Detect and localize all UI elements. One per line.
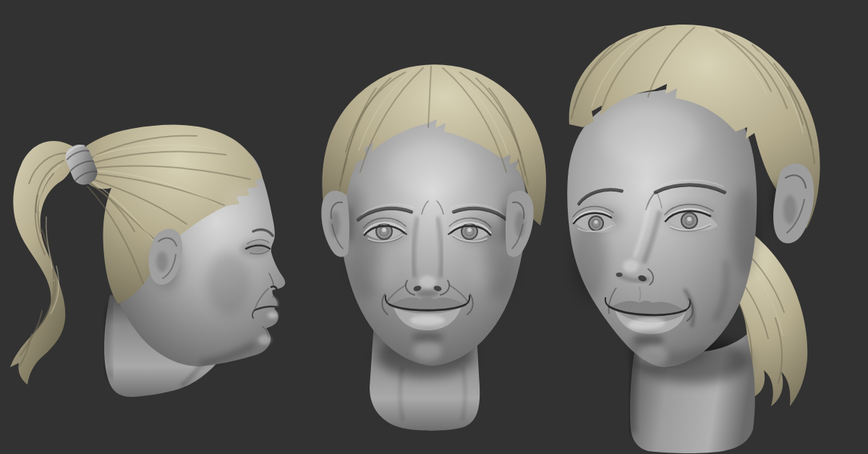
sculpt-render — [0, 0, 868, 454]
nostril-left — [616, 273, 623, 277]
chin-highlight — [637, 346, 668, 366]
under-lip-shadow — [412, 332, 443, 342]
chin-highlight — [413, 342, 442, 361]
forehead-highlight — [600, 105, 702, 170]
sculpt-canvas — [0, 0, 868, 454]
lower-lip-highlight — [268, 312, 278, 319]
forehead-highlight — [388, 142, 475, 197]
under-lip-shadow — [632, 334, 664, 346]
chin-highlight — [258, 335, 271, 345]
lower-lip-highlight — [410, 315, 445, 325]
cheek-shadow — [207, 252, 250, 315]
